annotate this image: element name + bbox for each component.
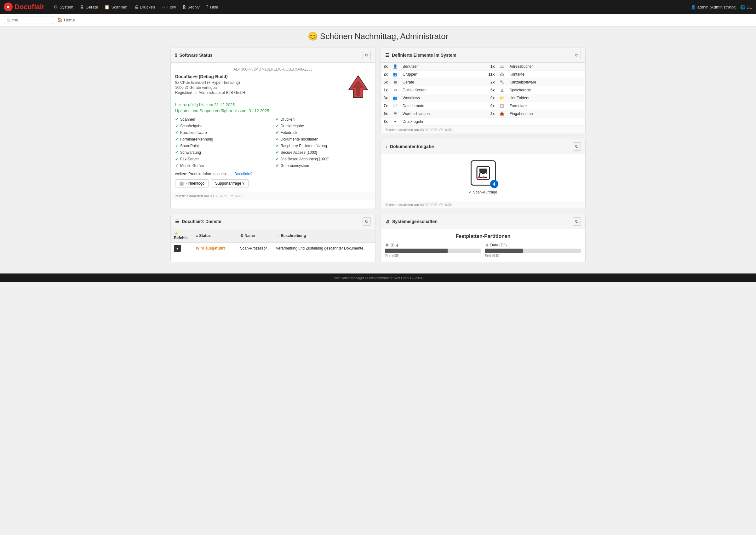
logo[interactable]: ● Docuflair (4, 3, 44, 11)
feature-col2-3: ✔Dokumente hochladen (276, 136, 371, 142)
def-count1-4: 3x (381, 94, 390, 102)
def-icon2-2: 🔧 (497, 78, 507, 86)
nav-item-scannen[interactable]: 📋Scannen (101, 3, 130, 11)
nav-lang[interactable]: 🌐 DE (740, 5, 752, 10)
software-status-body: ADF300-H5JMU7-18LREDC-UOB1RO-9ALJJJ Docu… (171, 63, 375, 192)
arrow-logo-svg (347, 74, 369, 99)
scan-badge: 4 (490, 180, 498, 188)
geraete-icon: 🖥 (80, 4, 84, 10)
feature-col2-0: ✔Drucken (276, 116, 371, 122)
def-count1-2: 5x (381, 78, 390, 86)
system-label: System (60, 5, 73, 10)
def-icon2-1: 📇 (497, 70, 507, 78)
geraete-label: Geräte (86, 5, 98, 10)
feature-label: Secure Access [1000] (281, 150, 317, 155)
logo-icon: ● (4, 3, 13, 11)
def-divider-0 (479, 63, 486, 70)
feature-label: Scannen (180, 117, 195, 122)
defined-elements-title: Definierte Elemente im System (392, 53, 456, 58)
stop-button-0[interactable]: ■ (174, 245, 181, 252)
dienste-table: ⚡ Befehle ≡ Status ⚙ Name (171, 229, 375, 254)
refresh-icon2: ↕ (385, 144, 388, 149)
partition-fill-0 (385, 249, 447, 253)
dokumentenfreigabe-refresh[interactable]: ↻ (573, 142, 581, 151)
def-label2-3: Speicherorte (507, 86, 585, 94)
scan-icon-container: 4 ✔ Scan-Aufträge (469, 160, 497, 194)
sys-refresh[interactable]: ↻ (573, 217, 581, 226)
feature-col1-4: ✔SharePoint (175, 143, 271, 149)
feature-col2-1: ✔Druckfreigabe (276, 123, 371, 129)
page-footer: Docuflair® Manager © Administrator.at B2… (0, 273, 756, 282)
searchbar: 🏠 Home (0, 14, 756, 26)
def-count1-1: 2x (381, 70, 390, 78)
feature-label: Fax-Server (180, 157, 199, 161)
username: admin (Administrator) (697, 5, 737, 10)
def-divider-6 (479, 110, 486, 118)
nav-item-system[interactable]: ⚙System (51, 3, 76, 11)
license-text: Lizenz gültig bis zum 31.12.2025 (175, 102, 371, 107)
table-row: 6x ☰ Warteschlangen 2x 📥 Eingabedaten (381, 110, 585, 118)
def-label1-4: Workflows (400, 94, 479, 102)
check-icon: ✔ (276, 156, 279, 161)
status-info: Docuflair® (Debug Build) 8x CPUs lizensi… (175, 74, 345, 96)
software-status-refresh[interactable]: ↻ (363, 51, 371, 59)
feature-col2-4: ✔Raspberry Pi Unterstützung (276, 143, 371, 149)
firmenlogo-button[interactable]: 🏢 Firmenlogo (175, 179, 208, 187)
def-icon2-0: 📖 (497, 63, 507, 70)
status-cell-0: Wird ausgeführt (193, 242, 237, 254)
nav-item-hilfe[interactable]: ?Hilfe (203, 3, 222, 11)
nav-item-archiv[interactable]: 🗄Archiv (179, 3, 203, 11)
scannen-label: Scannen (111, 5, 127, 10)
dokumentenfreigabe-header: ↕ Dokumentenfreigabe ↻ (381, 139, 585, 154)
def-count1-6: 6x (381, 110, 390, 118)
sys-title: Systemeigenschaften (392, 219, 438, 224)
def-label2-6: Eingabedaten (507, 110, 585, 118)
def-count2-7 (486, 118, 497, 126)
docuflair-link[interactable]: Docuflair® (234, 172, 252, 176)
def-count2-6: 2x (486, 110, 497, 118)
defined-elements-footer: Zuletzt aktualisiert am 03.02.2025 17:16… (381, 126, 585, 134)
def-icon1-3: ✉ (390, 86, 400, 94)
status-main: Docuflair® (Debug Build) 8x CPUs lizensi… (175, 74, 371, 99)
col-status-header: ≡ Status (193, 229, 237, 242)
lightning-icon: ⚡ (174, 231, 178, 236)
dokumentenfreigabe-title: Dokumentenfreigabe (390, 144, 434, 149)
feature-col1-7: ✔Mobile Geräte (175, 163, 271, 169)
search-input[interactable] (4, 16, 54, 24)
feature-col1-5: ✔Schwärzung (175, 149, 271, 155)
docuflair-logo (345, 74, 371, 99)
defined-elements-header: ☰ Definierte Elemente im System ↻ (381, 48, 585, 63)
scan-icon-wrap: 4 (471, 160, 496, 185)
col-befehle-label: Befehle (174, 236, 187, 240)
nav-item-drucken[interactable]: 🖨Drucken (131, 3, 158, 11)
greeting-emoji: 😊 (308, 32, 318, 41)
table-row: 8x 👤 Benutzer 1x 📖 Adressbücher (381, 63, 585, 70)
def-icon1-4: 👥 (390, 94, 400, 102)
defined-elements-refresh[interactable]: ↻ (573, 51, 581, 59)
hdd-icon: 🖨 (385, 219, 390, 224)
def-divider-4 (479, 94, 486, 102)
nav-item-geraete[interactable]: 🖥Geräte (76, 3, 101, 11)
feature-label: Formularerkennung (180, 137, 213, 141)
dokumentenfreigabe-card: ↕ Dokumentenfreigabe ↻ (381, 139, 585, 209)
check-icon: ✔ (276, 163, 279, 168)
svg-point-6 (478, 177, 480, 178)
partition-bar-1 (485, 249, 581, 253)
nav-item-flow[interactable]: ↔Flow (158, 3, 179, 11)
sys-title-area: 🖨 Systemeigenschaften (385, 219, 438, 224)
feature-col1-3: ✔Formularerkennung (175, 136, 271, 142)
home-icon: 🏠 (57, 18, 62, 22)
check-icon: ✔ (175, 117, 178, 122)
def-count2-5: 0x (486, 102, 497, 110)
dienste-refresh[interactable]: ↻ (363, 217, 371, 226)
features-grid: ✔Scannen✔Drucken✔Scanfreigabe✔Druckfreig… (175, 116, 371, 169)
defined-elements-title-area: ☰ Definierte Elemente im System (385, 53, 456, 58)
col-beschreibung-header: ↔ Beschreibung (273, 229, 375, 242)
sys-section-title: Festplatten-Partitionen (385, 234, 581, 239)
bottom-grid: ☰ Docuflair® Dienste ↻ ⚡ Befehle (171, 214, 585, 262)
supportanfrage-button[interactable]: Supportanfrage ? (211, 179, 249, 187)
table-row: 2x 👥 Gruppen 11x 📇 Kontakte (381, 70, 585, 78)
page-greeting: 😊 Schönen Nachmittag, Administrator (171, 32, 585, 41)
col-name-header: ⚙ Name (237, 229, 273, 242)
updates-text: Updates und Support verfügbar bis zum 31… (175, 108, 371, 113)
